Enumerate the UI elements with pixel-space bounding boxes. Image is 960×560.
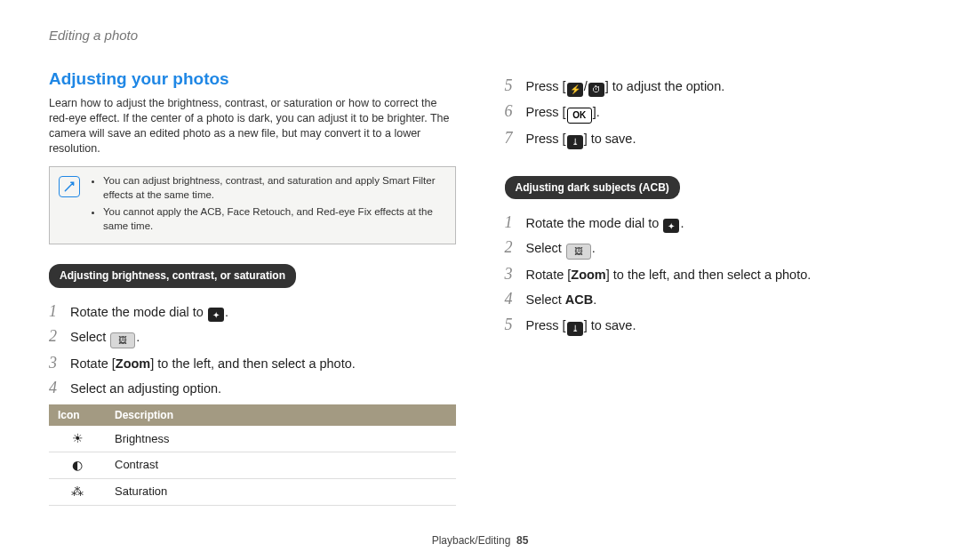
ok-button-icon: OK [567,108,592,124]
option-description: Saturation [106,478,456,505]
step-number: 2 [49,325,70,347]
left-column: Adjusting your photos Learn how to adjus… [49,55,456,505]
step-item: 6 Press [OK]. [505,100,912,124]
subheading-pill-left: Adjusting brightness, contrast, or satur… [49,264,296,287]
subheading-pill-right: Adjusting dark subjects (ACB) [505,176,680,199]
note-item: You cannot apply the ACB, Face Retouch, … [103,205,446,233]
step-number: 5 [505,314,526,335]
page-footer: Playback/Editing 85 [0,533,960,548]
timer-icon: ⏱ [588,83,604,97]
flash-icon: ⚡ [567,83,583,97]
note-bullet-list: You can adjust brightness, contrast, and… [89,174,446,236]
step-number: 5 [505,75,526,96]
note-box: You can adjust brightness, contrast, and… [49,166,456,244]
table-header-row: Icon Description [49,404,456,426]
right-column: 5 Press [⚡/⏱] to adjust the option. 6 Pr… [505,55,912,505]
step-item: 1 Rotate the mode dial to ✦. [505,212,912,234]
step-item: 5 Press [⤓] to save. [505,314,912,336]
table-row: ☀ Brightness [49,426,456,452]
step-number: 4 [505,288,526,309]
step-item: 5 Press [⚡/⏱] to adjust the option. [505,75,912,97]
step-number: 1 [49,300,70,322]
table-header-description: Description [106,404,456,426]
contrast-icon: ◐ [49,452,106,478]
page-number: 85 [516,534,528,547]
step-number: 6 [505,100,526,122]
step-number: 4 [49,377,70,398]
note-icon [59,176,80,197]
step-number: 3 [505,263,526,284]
edit-tool-icon: 🖼 [566,244,591,260]
steps-list-right-continue: 5 Press [⚡/⏱] to adjust the option. 6 Pr… [505,75,912,148]
steps-list-left: 1 Rotate the mode dial to ✦. 2 Select 🖼.… [49,300,456,399]
table-row: ◐ Contrast [49,452,456,478]
mode-dial-icon: ✦ [208,308,224,322]
section-label: Editing a photo [49,27,911,44]
step-item: 1 Rotate the mode dial to ✦. [49,300,456,323]
brightness-icon: ☀ [49,426,106,452]
page-title: Adjusting your photos [49,68,456,91]
step-number: 1 [505,212,526,233]
steps-list-right-acb: 1 Rotate the mode dial to ✦. 2 Select 🖼.… [505,212,912,336]
table-row: ⁂ Saturation [49,478,456,505]
table-header-icon: Icon [49,404,106,426]
edit-tool-icon: 🖼 [110,332,135,348]
step-number: 7 [505,127,526,148]
step-item: 2 Select 🖼. [49,325,456,348]
step-item: 4 Select ACB. [505,288,912,309]
step-number: 2 [505,236,526,258]
saturation-icon: ⁂ [49,478,106,505]
option-description: Brightness [106,426,456,452]
step-item: 3 Rotate [Zoom] to the left, and then se… [49,352,456,373]
option-description: Contrast [106,452,456,478]
intro-paragraph: Learn how to adjust the brightness, cont… [49,96,456,156]
manual-page: Editing a photo Adjusting your photos Le… [0,0,960,560]
step-item: 2 Select 🖼. [505,236,912,260]
two-column-layout: Adjusting your photos Learn how to adjus… [49,55,911,505]
download-icon: ⤓ [567,322,583,336]
options-table: Icon Description ☀ Brightness ◐ Contrast… [49,404,456,506]
mode-dial-icon: ✦ [663,219,679,233]
step-number: 3 [49,352,70,373]
step-item: 4 Select an adjusting option. [49,377,456,398]
footer-section: Playback/Editing [432,534,511,547]
step-item: 7 Press [⤓] to save. [505,127,912,149]
note-item: You can adjust brightness, contrast, and… [103,174,446,202]
download-icon: ⤓ [567,135,583,149]
step-item: 3 Rotate [Zoom] to the left, and then se… [505,263,912,284]
